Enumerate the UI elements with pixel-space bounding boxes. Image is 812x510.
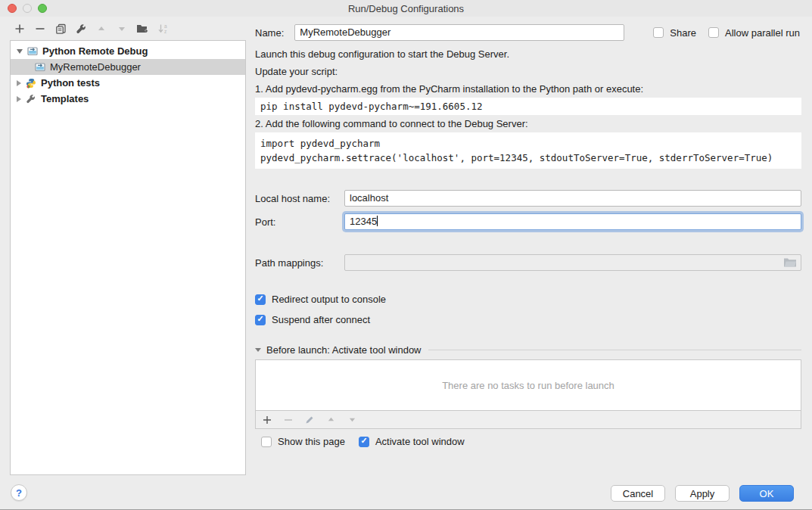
share-label: Share [670,27,696,39]
tree-item-myremotedebugger[interactable]: MyRemoteDebugger [11,59,245,75]
name-label: Name: [255,27,284,39]
activate-tool-window-label: Activate tool window [375,436,465,447]
cancel-button[interactable]: Cancel [611,485,665,502]
edit-task-pencil-icon [304,415,315,425]
path-mappings-label: Path mappings: [255,257,344,269]
path-mappings-row: Path mappings: [255,254,801,271]
add-icon[interactable] [14,23,26,35]
description-line: Update your script: [255,63,801,80]
sort-alphabetically-icon: az [157,23,169,35]
redirect-output-label: Redirect output to console [272,294,386,305]
tree-item-label: Python Remote Debug [42,45,148,57]
svg-text:z: z [164,29,166,34]
before-launch-tasks-list[interactable]: There are no tasks to run before launch [255,359,801,411]
local-host-name-input[interactable]: localhost [344,190,801,207]
code-line: import pydevd_pycharm [260,136,796,151]
browse-folder-icon[interactable] [783,257,797,269]
show-this-page-checkbox[interactable] [261,437,272,447]
remote-debug-icon [27,46,39,57]
svg-text:a: a [164,23,167,29]
chevron-down-icon[interactable] [17,49,23,54]
name-row: Name: MyRemoteDebugger Share Allow paral… [255,24,801,41]
before-launch-title: Before launch: Activate tool window [266,344,422,356]
dialog-buttons: Cancel Apply OK [611,485,794,502]
description-step1: 1. Add pydevd-pycharm.egg from the PyCha… [255,80,801,98]
remote-debug-icon [35,62,46,73]
minimize-window-button [23,4,32,13]
activate-tool-window-checkbox[interactable] [359,437,369,447]
allow-parallel-run-label: Allow parallel run [725,27,800,39]
tasks-toolbar [255,411,801,429]
copy-icon[interactable] [54,23,67,35]
configurations-tree: Python Remote Debug MyRemoteDebugger Pyt… [10,40,246,475]
suspend-after-connect-checkbox[interactable] [255,315,266,325]
configurations-toolbar: az [14,23,169,35]
traffic-lights [8,4,47,13]
move-task-down-icon [347,415,357,425]
no-tasks-message: There are no tasks to run before launch [442,380,614,391]
configuration-form: Name: MyRemoteDebugger Share Allow paral… [255,0,801,509]
tree-item-label: Python tests [41,77,100,89]
pip-install-code: pip install pydevd-pycharm~=191.6605.12 [255,98,801,115]
tree-item-label: MyRemoteDebugger [50,61,141,73]
zoom-window-button[interactable] [38,4,47,13]
description-block: Launch this debug configuration to start… [255,45,801,169]
new-folder-icon[interactable] [136,23,148,35]
port-input[interactable]: 12345 [344,213,801,230]
add-task-icon[interactable] [262,415,272,425]
run-debug-configurations-dialog: Run/Debug Configurations az [0,0,812,510]
tree-item-python-remote-debug[interactable]: Python Remote Debug [11,43,245,59]
port-row: Port: 12345 [255,213,801,230]
suspend-after-connect-row: Suspend after connect [255,314,801,325]
code-line: pydevd_pycharm.settrace('localhost', por… [260,151,796,165]
path-mappings-input[interactable] [344,254,801,271]
close-window-button[interactable] [8,4,17,13]
help-question-mark: ? [16,487,22,499]
tree-item-python-tests[interactable]: Python tests [11,75,245,91]
suspend-after-connect-label: Suspend after connect [272,314,370,325]
wrench-icon [26,94,37,104]
section-divider [428,350,801,350]
allow-parallel-checkbox-group: Allow parallel run [708,27,800,39]
redirect-output-row: Redirect output to console [255,294,801,305]
share-checkbox-group: Share [653,27,696,39]
edit-defaults-wrench-icon[interactable] [75,23,87,35]
show-this-page-label: Show this page [278,436,345,447]
ok-button[interactable]: OK [739,485,794,502]
tree-item-label: Templates [41,93,89,104]
collapse-triangle-icon[interactable] [255,348,261,352]
tree-item-templates[interactable]: Templates [11,91,245,107]
move-task-up-icon [325,415,336,425]
description-line: Launch this debug configuration to start… [255,45,801,63]
remove-icon[interactable] [34,23,46,35]
python-tests-icon [26,78,37,89]
help-button[interactable]: ? [11,484,27,501]
move-up-icon [95,23,107,35]
move-down-icon [116,23,128,35]
settrace-code-block: import pydevd_pycharm pydevd_pycharm.set… [255,132,801,169]
remove-task-icon [283,415,294,425]
chevron-right-icon[interactable] [17,80,21,86]
chevron-right-icon[interactable] [17,96,21,102]
share-checkbox[interactable] [653,27,664,38]
redirect-output-checkbox[interactable] [255,294,266,305]
text-caret [377,216,378,226]
page-options-row: Show this page Activate tool window [255,436,801,447]
local-host-row: Local host name: localhost [255,190,801,207]
allow-parallel-run-checkbox[interactable] [708,27,719,38]
name-input[interactable]: MyRemoteDebugger [294,24,624,41]
apply-button[interactable]: Apply [675,485,730,502]
before-launch-header[interactable]: Before launch: Activate tool window [255,344,801,356]
description-step2: 2. Add the following command to connect … [255,115,801,132]
port-label: Port: [255,216,344,228]
local-host-name-label: Local host name: [255,193,344,204]
